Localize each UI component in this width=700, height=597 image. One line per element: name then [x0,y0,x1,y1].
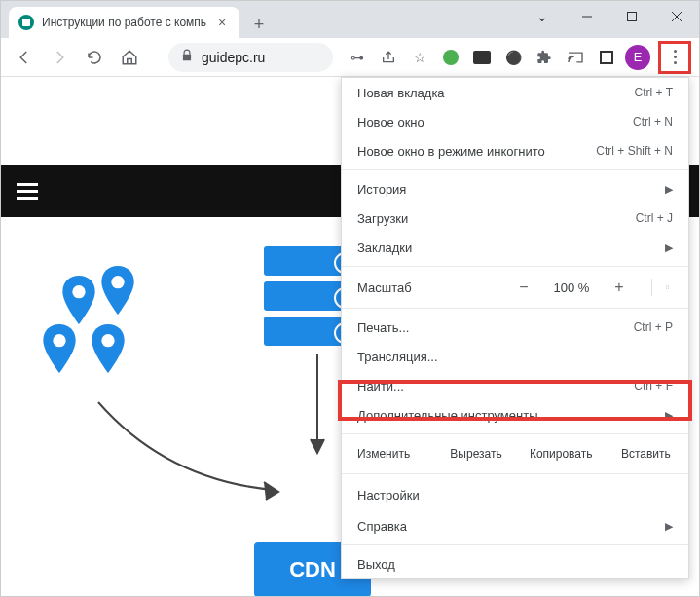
extension-square-icon[interactable] [594,45,619,70]
menu-print[interactable]: Печать... Ctrl + P [342,313,688,342]
svg-rect-1 [628,13,637,21]
menu-cast[interactable]: Трансляция... [342,342,688,371]
share-icon[interactable] [376,45,401,70]
menu-shortcut: Ctrl + T [635,86,673,99]
menu-find[interactable]: Найти... Ctrl + F [342,371,688,400]
svg-point-5 [72,285,85,298]
fullscreen-icon[interactable] [651,279,669,296]
new-tab-button[interactable]: + [245,11,273,38]
menu-label: Выход [357,557,395,572]
extensions-puzzle-icon[interactable] [532,45,557,70]
menu-label: Закладки [357,241,412,255]
main-menu-dropdown: Новая вкладка Ctrl + T Новое окно Ctrl +… [341,77,689,579]
kebab-icon [674,50,677,64]
zoom-value: 100 % [550,280,593,295]
reload-button[interactable] [79,42,110,73]
svg-point-7 [53,334,65,347]
menu-separator [342,169,688,170]
hamburger-icon[interactable] [17,183,38,200]
menu-label: Загрузки [357,211,408,226]
menu-separator [342,266,688,267]
menu-paste[interactable]: Вставить [604,438,688,469]
menu-shortcut: Ctrl + Shift + N [596,144,673,158]
menu-cut[interactable]: Вырезать [433,438,518,469]
minimize-button[interactable] [565,1,609,32]
tab-title: Инструкции по работе с компь [42,16,206,29]
caret-down-icon[interactable]: ⌄ [520,1,565,32]
chevron-right-icon: ▶ [665,520,673,533]
menu-label: Найти... [357,379,404,393]
menu-label: Трансляция... [357,350,438,364]
extension-green-icon[interactable] [438,45,463,70]
back-button[interactable] [9,42,40,73]
menu-new-window[interactable]: Новое окно Ctrl + N [342,107,688,136]
menu-label: Справка [357,519,407,534]
menu-shortcut: Ctrl + N [633,115,673,129]
cast-icon[interactable] [563,45,588,70]
home-button[interactable] [114,42,145,73]
favicon-icon [18,15,34,30]
lock-icon [180,49,194,65]
menu-shortcut: Ctrl + F [634,379,673,392]
menu-separator [342,544,688,545]
zoom-out-button[interactable]: − [511,279,536,296]
map-pin-icon [89,324,128,377]
menu-label: Печать... [357,320,409,335]
menu-incognito[interactable]: Новое окно в режиме инкогнито Ctrl + Shi… [342,136,688,166]
menu-label: Новое окно в режиме инкогнито [357,144,545,159]
menu-label: Дополнительные инструменты [357,408,538,423]
map-pin-icon [40,324,79,377]
menu-label: Масштаб [357,280,511,295]
chevron-right-icon: ▶ [665,242,673,254]
map-pin-icon [98,266,137,318]
maximize-button[interactable] [609,1,654,32]
main-menu-button[interactable] [658,41,691,74]
menu-label: Настройки [357,488,420,503]
chevron-right-icon: ▶ [665,183,673,196]
star-icon[interactable]: ☆ [407,45,432,70]
svg-rect-4 [22,19,30,26]
menu-exit[interactable]: Выход [342,549,688,578]
arrow-icon [89,392,283,513]
svg-point-6 [111,276,124,288]
menu-label: Новое окно [357,115,424,130]
menu-zoom: Масштаб − 100 % + [342,271,688,304]
forward-button[interactable] [44,42,75,73]
zoom-in-button[interactable]: + [607,279,632,296]
arrow-icon [303,354,332,465]
menu-copy[interactable]: Копировать [519,438,604,469]
address-bar[interactable]: guidepc.ru [168,43,333,72]
menu-downloads[interactable]: Загрузки Ctrl + J [342,204,688,233]
extension-camera-icon[interactable] [469,45,495,70]
chevron-right-icon: ▶ [665,409,673,422]
url-text: guidepc.ru [202,50,265,65]
menu-shortcut: Ctrl + J [636,211,673,225]
profile-avatar[interactable]: E [625,45,650,70]
menu-more-tools[interactable]: Дополнительные инструменты ▶ [342,400,688,429]
extension-dots-icon[interactable]: ⚫ [500,45,526,70]
menu-separator [342,473,688,474]
menu-shortcut: Ctrl + P [634,320,673,334]
close-window-button[interactable] [654,1,699,32]
menu-edit-row: Изменить Вырезать Копировать Вставить [342,438,688,469]
map-pin-icon [59,276,98,328]
svg-point-8 [101,334,114,347]
menu-label: Новая вкладка [357,86,445,100]
menu-bookmarks[interactable]: Закладки ▶ [342,233,688,262]
menu-label: Изменить [342,438,433,469]
menu-history[interactable]: История ▶ [342,174,688,204]
close-tab-icon[interactable]: × [214,15,230,30]
browser-tab[interactable]: Инструкции по работе с компь × [9,7,239,38]
menu-new-tab[interactable]: Новая вкладка Ctrl + T [342,78,688,107]
menu-help[interactable]: Справка ▶ [342,511,688,541]
toolbar: guidepc.ru ⊶ ☆ ⚫ E [1,38,699,77]
key-icon[interactable]: ⊶ [345,45,370,70]
menu-settings[interactable]: Настройки [342,478,688,511]
menu-label: История [357,182,406,197]
menu-separator [342,433,688,434]
menu-separator [342,308,688,309]
